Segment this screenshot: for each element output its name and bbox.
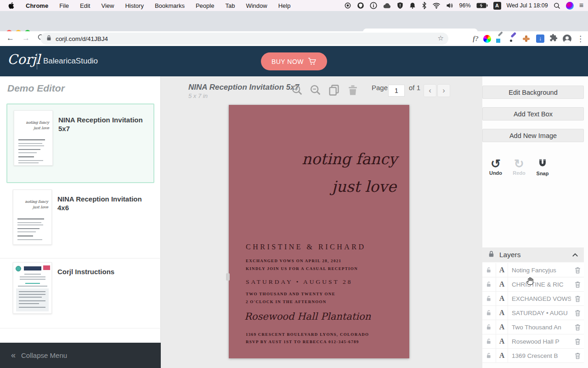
layer-name[interactable]: 1369 Crescent B [512,352,571,359]
selection-handle[interactable] [226,273,230,281]
forward-icon[interactable]: → [22,34,30,43]
volume-icon[interactable] [446,2,454,9]
menubar-item-chrome[interactable]: Chrome [26,2,48,9]
buy-now-button[interactable]: BUY NOW [261,52,327,70]
next-page-button[interactable]: › [437,84,450,97]
unlock-icon[interactable] [482,306,496,320]
menubar-item-bookmarks[interactable]: Bookmarks [155,2,185,9]
add-text-box-button[interactable]: Add Text Box [482,107,584,121]
unlock-icon[interactable] [482,349,496,362]
invitation-year-line[interactable]: TWO THOUSAND AND TWENTY ONE [246,292,335,296]
unlock-icon[interactable] [482,292,496,305]
layer-row-two-thousand[interactable]: A Two Thousand An [482,320,584,334]
input-source-icon[interactable]: A [493,2,501,10]
bluetooth-icon[interactable] [422,2,427,9]
add-new-image-button[interactable]: Add New Image [482,129,584,142]
sidebar-item-corjl-instructions[interactable]: Corjl Instructions [6,259,154,328]
unlock-icon[interactable] [482,320,496,334]
prev-page-button[interactable]: ‹ [424,84,436,97]
unlock-icon[interactable] [482,334,496,348]
shield-circle-icon[interactable] [357,2,364,9]
invitation-address[interactable]: 1369 CRESCENT BOULEVARD LYONS, COLORADO [246,332,369,337]
layer-row-saturday[interactable]: A SATURDAY • AUGU [482,306,584,320]
layer-name[interactable]: EXCHANGED VOWS [512,295,571,302]
collapse-panel-chevron-icon[interactable] [572,251,578,259]
unlock-icon[interactable] [482,263,496,277]
wifi-icon[interactable] [432,2,441,9]
zoom-in-icon[interactable] [291,84,304,97]
address-bar[interactable]: corjl.com/d/41JBJ4 ☆ [40,33,448,45]
menubar-item-view[interactable]: View [101,2,114,9]
macos-status-area: 96% A Wed Jul 1 18:09 ≡ [344,0,583,11]
layer-row-rosewood[interactable]: A Rosewood Hall P [482,334,584,349]
delete-page-icon[interactable] [346,84,359,97]
layer-name[interactable]: CHRISTINE & RIC [512,281,571,288]
zoom-out-icon[interactable] [309,84,322,97]
layer-row-exchanged-vows[interactable]: A EXCHANGED VOWS [482,292,584,306]
measure-extension-icon[interactable] [523,34,531,43]
record-icon[interactable] [344,2,351,9]
delete-layer-icon[interactable] [571,352,584,359]
menubar-item-history[interactable]: History [125,2,143,9]
profile-avatar[interactable] [563,34,571,43]
delete-layer-icon[interactable] [571,267,584,274]
info-icon[interactable] [370,2,377,9]
apple-icon[interactable] [8,2,15,9]
invitation-names[interactable]: CHRISTINE & RICHARD [246,243,366,251]
notification-bell-icon[interactable] [409,2,416,9]
duplicate-icon[interactable] [328,84,340,97]
undo-button[interactable]: ↺ Undo [486,158,506,176]
eyedropper-extension-icon[interactable] [509,34,518,43]
sidebar-item-nina-4x6[interactable]: noting fancy just love NINA Reception In… [6,184,154,257]
download-extension-icon[interactable]: ↓ [536,34,544,43]
menubar-clock[interactable]: Wed Jul 1 18:09 [507,2,548,9]
invitation-time-line[interactable]: 2 O'CLOCK IN THE AFTERNOON [246,299,327,304]
page-number-input[interactable] [388,85,405,97]
layer-name[interactable]: Rosewood Hall P [512,338,571,345]
layer-row-crescent[interactable]: A 1369 Crescent B [482,349,584,363]
delete-layer-icon[interactable] [571,324,584,331]
delete-layer-icon[interactable] [571,295,584,302]
invitation-script-line2[interactable]: just love [332,178,396,196]
siri-icon[interactable] [566,2,574,10]
delete-layer-icon[interactable] [571,281,584,288]
bookmark-star-icon[interactable]: ☆ [438,34,444,42]
whatfont-extension-icon[interactable]: f? [473,35,478,43]
redo-button[interactable]: ↻ Redo [509,158,529,176]
delete-layer-icon[interactable] [571,310,584,316]
menubar-item-file[interactable]: File [59,2,69,9]
menubar-item-edit[interactable]: Edit [80,2,90,9]
security-shield-icon[interactable] [397,2,403,9]
menubar-item-tab[interactable]: Tab [225,2,235,9]
collapse-menu-button[interactable]: « Collapse Menu [0,343,161,368]
snap-button[interactable]: Snap [532,158,553,176]
menubar-item-people[interactable]: People [196,2,214,9]
menubar-item-window[interactable]: Window [246,2,267,9]
layer-name[interactable]: Noting Fancyjus [512,267,571,274]
invitation-vows-line[interactable]: EXCHANGED VOWS ON APRIL 28, 2021 [246,259,341,263]
edit-background-button[interactable]: Edit Background [482,86,584,99]
invitation-venue[interactable]: Rosewood Hall Plantation [244,311,371,322]
thumbnail-line [17,218,44,219]
spotlight-search-icon[interactable] [554,2,560,9]
layer-name[interactable]: Two Thousand An [512,324,571,331]
sidebar-item-nina-5x7[interactable]: noting fancy just love NINA Reception In… [6,104,154,183]
invitation-rsvp[interactable]: RSVP BY AUST 1ST TO REBECCA 012-345-6789 [246,339,359,344]
layers-panel-header[interactable]: Layers [482,247,584,262]
invitation-date[interactable]: SATURDAY • AUGUST 28 [246,278,352,286]
colorzilla-extension-icon[interactable] [496,34,504,43]
menubar-item-help[interactable]: Help [278,2,291,9]
invitation-script-line1[interactable]: noting fancy [302,150,397,168]
cloud-icon[interactable] [383,2,391,9]
delete-layer-icon[interactable] [571,338,584,345]
invitation-join-line[interactable]: KINDLY JOIN US FOR A CASUAL RECEPTION [246,266,358,271]
invitation-canvas[interactable]: noting fancy just love CHRISTINE & RICHA… [229,105,409,358]
layer-name[interactable]: SATURDAY • AUGU [512,310,571,316]
corjl-logo[interactable]: Corjl [7,52,40,67]
colorwheel-extension-icon[interactable] [483,35,491,43]
chrome-menu-icon[interactable]: ⋮ [577,34,584,44]
back-icon[interactable]: ← [6,34,14,43]
unlock-icon[interactable] [482,277,496,291]
extensions-puzzle-icon[interactable] [549,34,558,44]
notification-center-icon[interactable]: ≡ [579,1,583,10]
